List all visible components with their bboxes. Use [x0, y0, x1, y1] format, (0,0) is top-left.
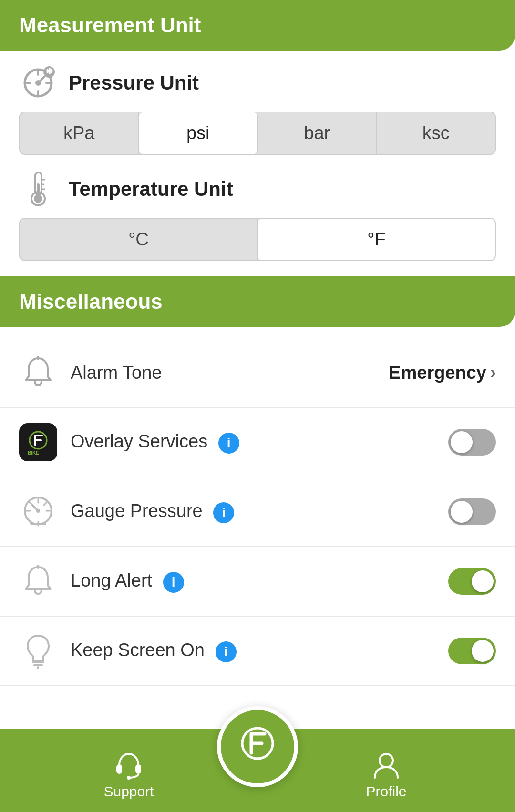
gauge-pressure-toggle[interactable]	[448, 498, 496, 525]
svg-rect-35	[116, 764, 122, 774]
gauge-icon	[19, 493, 57, 531]
miscellaneous-header: Miscellaneous	[0, 276, 515, 327]
temp-celsius[interactable]: °C	[20, 219, 258, 260]
pressure-bar[interactable]: bar	[258, 112, 377, 154]
alarm-tone-value[interactable]: Emergency ›	[389, 363, 496, 383]
alarm-tone-chevron: ›	[490, 363, 496, 383]
long-alert-toggle[interactable]	[448, 568, 496, 595]
pressure-unit-segmented[interactable]: kPa psi bar ksc	[19, 112, 496, 155]
alarm-tone-label: Alarm Tone	[71, 363, 389, 383]
svg-point-37	[127, 776, 131, 780]
alarm-tone-current: Emergency	[389, 363, 486, 383]
keep-screen-on-row: Keep Screen On i	[0, 617, 515, 686]
measurement-unit-title: Measurement Unit	[19, 13, 201, 37]
overlay-services-row: BIKE Overlay Services i	[0, 408, 515, 477]
svg-point-12	[34, 194, 42, 203]
long-alert-row: Long Alert i	[0, 547, 515, 617]
headset-icon	[114, 751, 143, 780]
pressure-unit-label: Pressure Unit	[69, 71, 199, 94]
fbike-app-icon: BIKE	[19, 423, 57, 461]
gauge-pressure-label: Gauge Pressure i	[71, 501, 448, 523]
gauge-pressure-row: Gauge Pressure i	[0, 477, 515, 547]
temperature-icon	[19, 170, 57, 208]
svg-text:BIKE: BIKE	[28, 450, 39, 456]
measurement-unit-section: Measurement Unit ✱ Pressu	[0, 0, 515, 261]
profile-label: Profile	[366, 783, 406, 800]
svg-rect-36	[135, 764, 141, 774]
long-alert-info[interactable]: i	[163, 572, 184, 593]
svg-point-40	[380, 754, 393, 767]
temperature-unit-header: Temperature Unit	[19, 170, 496, 208]
temp-fahrenheit[interactable]: °F	[258, 219, 495, 260]
keep-screen-on-label: Keep Screen On i	[71, 640, 448, 662]
overlay-services-label: Overlay Services i	[71, 431, 448, 454]
measurement-unit-header: Measurement Unit	[0, 0, 515, 51]
long-alert-label: Long Alert i	[71, 570, 448, 593]
miscellaneous-title: Miscellaneous	[19, 290, 163, 313]
svg-point-27	[36, 509, 40, 513]
overlay-services-toggle[interactable]	[448, 429, 496, 456]
center-fab-button[interactable]	[217, 706, 298, 787]
keep-screen-on-toggle[interactable]	[448, 638, 496, 664]
alarm-tone-row[interactable]: Alarm Tone Emergency ›	[0, 338, 515, 408]
support-label: Support	[103, 783, 154, 800]
pressure-unit-header: ✱ Pressure Unit	[19, 64, 496, 102]
miscellaneous-section: Miscellaneous Alarm Tone Emergency ›	[0, 276, 515, 686]
pressure-psi[interactable]: psi	[139, 112, 258, 154]
temperature-unit-segmented[interactable]: °C °F	[19, 218, 496, 261]
svg-text:✱: ✱	[46, 67, 53, 76]
gauge-pressure-info[interactable]: i	[213, 502, 234, 523]
pressure-kpa[interactable]: kPa	[20, 112, 139, 154]
profile-icon	[372, 751, 401, 780]
svg-line-25	[44, 502, 47, 505]
pressure-icon: ✱	[19, 64, 57, 102]
alarm-bell-icon	[19, 354, 57, 392]
lightbulb-icon	[19, 632, 57, 670]
svg-rect-11	[37, 183, 40, 195]
temperature-unit-label: Temperature Unit	[69, 178, 233, 201]
overlay-services-info[interactable]: i	[218, 433, 239, 454]
bottom-nav: Support Profile	[0, 729, 515, 812]
svg-point-38	[227, 716, 288, 778]
keep-screen-on-info[interactable]: i	[216, 641, 237, 662]
long-alert-bell-icon	[19, 562, 57, 600]
pressure-ksc[interactable]: ksc	[377, 112, 495, 154]
